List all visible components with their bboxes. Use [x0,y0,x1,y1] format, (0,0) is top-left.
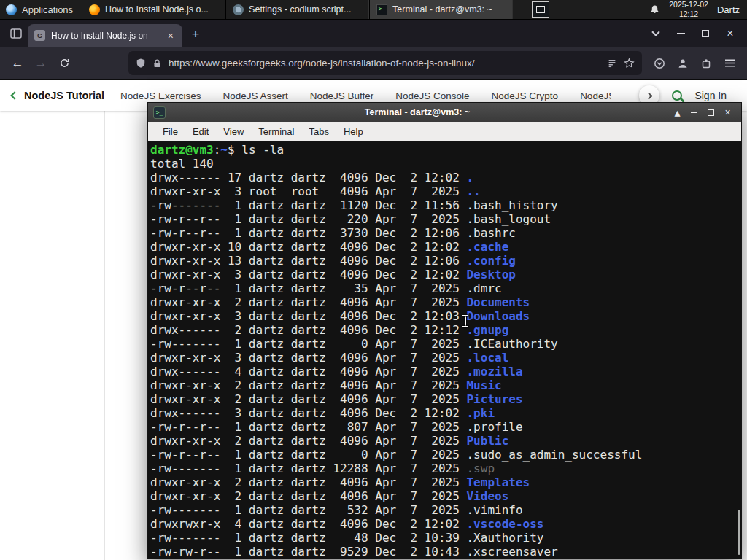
terminal-line: drwxr-xr-x 2 dartz dartz 4096 Apr 7 2025… [150,378,741,392]
terminal-minimize-button[interactable] [686,106,703,120]
menu-hamburger-icon[interactable] [718,52,741,75]
terminal-title-bar[interactable]: >_ Terminal - dartz@vm3: ~ ▴ × [148,103,741,122]
terminal-menu-edit[interactable]: Edit [185,124,216,139]
terminal-line: drwxr-xr-x 3 dartz dartz 4096 Dec 2 12:0… [150,309,741,323]
clock-date: 2025-12-02 [669,0,708,9]
taskbar-window-label: How to Install Node.js o... [105,4,209,15]
window-close-button[interactable]: × [718,20,743,47]
terminal-menu-view[interactable]: View [216,124,251,139]
terminal-line: total 140 [150,157,741,171]
pocket-icon[interactable] [648,52,671,75]
new-tab-button[interactable]: + [185,24,206,44]
terminal-title: Terminal - dartz@vm3: ~ [166,107,669,117]
terminal-line: drwx------ 17 dartz dartz 4096 Dec 2 12:… [150,171,741,184]
terminal-line: drwxr-xr-x 2 dartz dartz 4096 Apr 7 2025… [150,475,741,489]
site-nav-link[interactable]: NodeJS Exercises [120,90,201,101]
terminal-menu-terminal[interactable]: Terminal [251,124,301,139]
tab-close-icon[interactable]: × [166,29,176,42]
settings-icon [233,4,244,15]
applications-menu[interactable]: Applications [0,0,82,19]
forward-button: → [29,52,53,75]
terminal-line: -rw------- 1 dartz dartz 12288 Apr 7 202… [150,462,741,475]
site-nav-link[interactable]: NodeJS Assert [222,90,287,101]
tray-terminal-icon[interactable] [532,1,549,18]
tab-bar-actions: × [643,20,743,47]
list-all-tabs-icon[interactable] [643,20,668,47]
site-tutorial-label[interactable]: NodeJS Tutorial [24,90,104,101]
clock[interactable]: 2025-12-02 12:12 [669,0,708,18]
window-minimize-button[interactable] [668,20,693,47]
search-icon[interactable] [672,90,682,101]
mouse-text-cursor [462,315,469,327]
terminal-line: -rw-r--r-- 1 dartz dartz 220 Apr 7 2025 … [150,212,741,226]
browser-toolbar: ← → https://www.geeksforgeeks.org/node-j… [0,47,747,80]
clock-time: 12:12 [669,9,708,19]
terminal-app-icon: >_ [153,106,166,119]
terminal-line: -rw-r--r-- 1 dartz dartz 0 Apr 7 2025 .s… [150,448,741,462]
site-nav-link[interactable]: NodeJS DNS [580,90,611,101]
lock-icon[interactable] [152,58,162,69]
tab-favicon: G [34,30,45,41]
terminal-menu-file[interactable]: File [155,124,185,139]
terminal-line: -rw------- 1 dartz dartz 532 Apr 7 2025 … [150,503,741,517]
tracking-shield-icon[interactable] [136,58,146,69]
url-text[interactable]: https://www.geeksforgeeks.org/node-js/in… [169,58,600,69]
notification-bell-icon[interactable] [649,4,660,15]
extensions-puzzle-icon[interactable] [694,52,718,75]
terminal-line: -rw------- 1 dartz dartz 0 Apr 7 2025 .I… [150,337,741,351]
terminal-menu-help[interactable]: Help [336,124,371,139]
user-menu[interactable]: Dartz [717,4,740,15]
taskbar-window-terminal[interactable]: >_Terminal - dartz@vm3: ~ [369,0,513,19]
terminal-scrollbar[interactable] [738,510,740,555]
terminal-shade-button[interactable]: ▴ [669,106,686,120]
terminal-menu-tabs[interactable]: Tabs [301,124,336,139]
terminal-line: dartz@vm3:~$ ls -la [150,143,741,157]
taskbar-window-label: Terminal - dartz@vm3: ~ [392,4,492,15]
system-tray: 2025-12-02 12:12 Dartz [649,0,747,19]
terminal-line: -rw------- 1 dartz dartz 1120 Dec 2 11:5… [150,198,741,212]
firefox-view-icon[interactable] [4,23,28,44]
browser-tab-active[interactable]: G How to Install Node.js on × [28,24,182,47]
terminal-line: drwx------ 2 dartz dartz 4096 Dec 2 12:1… [150,323,741,337]
reload-button[interactable] [53,52,76,75]
terminal-line: -rw-rw-r-- 1 dartz dartz 9529 Dec 2 10:4… [150,545,741,559]
account-icon[interactable] [671,52,694,75]
bookmark-star-icon[interactable] [624,58,635,69]
taskbar-window-settings[interactable]: Settings - codium script... [225,0,369,19]
terminal-line: drwxr-xr-x 2 dartz dartz 4096 Apr 7 2025… [150,392,741,406]
terminal-line: drwxr-xr-x 3 dartz dartz 4096 Apr 7 2025… [150,351,741,365]
terminal-icon: >_ [376,4,387,15]
terminal-maximize-button[interactable] [703,106,719,120]
site-nav-links: NodeJS ExercisesNodeJS AssertNodeJS Buff… [120,90,611,101]
url-bar[interactable]: https://www.geeksforgeeks.org/node-js/in… [128,51,642,75]
terminal-line: -rw------- 1 dartz dartz 48 Dec 2 10:39 … [150,531,741,545]
tab-title: How to Install Node.js on [51,31,160,41]
reader-view-icon[interactable] [607,58,617,69]
terminal-line: -rw-r--r-- 1 dartz dartz 35 Apr 7 2025 .… [150,281,741,295]
terminal-line: -rw-r--r-- 1 dartz dartz 3730 Dec 2 12:0… [150,226,741,240]
site-nav-link[interactable]: NodeJS Buffer [310,90,374,101]
window-maximize-button[interactable] [693,20,718,47]
applications-label: Applications [22,4,73,15]
terminal-line: drwx------ 3 dartz dartz 4096 Dec 2 12:0… [150,406,741,420]
terminal-menu-bar: FileEditViewTerminalTabsHelp [148,122,741,141]
firefox-icon [89,4,100,15]
site-nav-link[interactable]: NodeJS Console [395,90,469,101]
taskbar-window-firefox[interactable]: How to Install Node.js o... [82,0,225,19]
terminal-close-button[interactable]: × [719,106,736,120]
terminal-line: drwxr-xr-x 13 dartz dartz 4096 Dec 2 12:… [150,254,741,268]
system-bar: Applications How to Install Node.js o...… [0,0,747,20]
terminal-output[interactable]: dartz@vm3:~$ ls -latotal 140drwx------ 1… [148,141,741,559]
terminal-line: drwxr-xr-x 2 dartz dartz 4096 Apr 7 2025… [150,489,741,503]
terminal-line: drwxrwxr-x 4 dartz dartz 4096 Dec 2 12:0… [150,517,741,531]
terminal-line: drwxr-xr-x 3 root root 4096 Apr 7 2025 .… [150,184,741,198]
scroll-left-chevron-icon[interactable] [10,91,18,99]
site-nav-link[interactable]: NodeJS Crypto [492,90,559,101]
terminal-line: drwxr-xr-x 2 dartz dartz 4096 Apr 7 2025… [150,434,741,448]
applications-icon [6,4,17,15]
back-button[interactable]: ← [6,52,29,75]
terminal-window: >_ Terminal - dartz@vm3: ~ ▴ × FileEditV… [147,102,742,559]
terminal-line: -rw-r--r-- 1 dartz dartz 807 Apr 7 2025 … [150,420,741,434]
sign-in-link[interactable]: Sign In [694,90,727,101]
terminal-line: drwx------ 4 dartz dartz 4096 Apr 7 2025… [150,365,741,378]
